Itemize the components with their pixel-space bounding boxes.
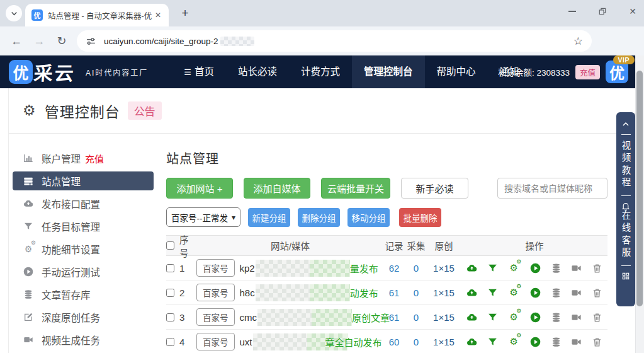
divider bbox=[621, 265, 631, 266]
user-avatar[interactable]: 优VIP bbox=[606, 61, 628, 83]
video-icon[interactable] bbox=[571, 312, 582, 323]
page-title: 管理控制台 bbox=[45, 100, 120, 122]
run-icon[interactable] bbox=[530, 337, 541, 347]
settings-icon[interactable]: ⚙⚙ bbox=[507, 335, 520, 348]
reload-button[interactable]: ↻ bbox=[54, 33, 69, 49]
site-tagline: AI时代内容工厂 bbox=[86, 67, 148, 78]
add-site-button[interactable]: 添加网站 + bbox=[166, 178, 233, 199]
nav-item-billing[interactable]: 计费方式 bbox=[289, 55, 352, 88]
recharge-link[interactable]: 充值 bbox=[85, 152, 104, 165]
site-name: kp2 bbox=[240, 263, 255, 274]
filter-icon[interactable] bbox=[487, 337, 498, 347]
nav-item-must-read[interactable]: 站长必读 bbox=[226, 55, 289, 88]
delete-icon[interactable] bbox=[592, 287, 602, 298]
tab-search-button[interactable] bbox=[6, 5, 22, 21]
collapse-chevron-icon[interactable] bbox=[621, 120, 630, 129]
redacted-blur bbox=[310, 260, 350, 277]
site-desc: 章全自动发布 bbox=[325, 335, 382, 349]
window-minimize-button[interactable] bbox=[566, 5, 579, 18]
video-icon[interactable] bbox=[571, 337, 582, 347]
run-icon[interactable] bbox=[530, 263, 541, 274]
delete-icon[interactable] bbox=[592, 263, 602, 274]
nav-item-help[interactable]: 帮助中心 bbox=[425, 55, 488, 88]
points-balance: 积分余额: 2308333 bbox=[498, 66, 570, 78]
bookmark-star-icon[interactable]: ☆ bbox=[573, 35, 583, 48]
video-icon[interactable] bbox=[571, 263, 582, 274]
select-all-checkbox[interactable] bbox=[166, 241, 174, 250]
sidebar-item-task-target[interactable]: 任务目标管理 bbox=[13, 217, 154, 236]
upload-icon[interactable] bbox=[466, 337, 477, 347]
upload-icon[interactable] bbox=[466, 263, 477, 274]
delete-icon[interactable] bbox=[592, 312, 602, 323]
storage-icon[interactable] bbox=[551, 263, 562, 274]
filter-icon[interactable] bbox=[487, 287, 498, 298]
sidebar-item-original-task[interactable]: 深度原创任务 bbox=[13, 308, 154, 327]
qr-code-icon[interactable] bbox=[621, 272, 630, 281]
move-group-button[interactable]: 移动分组 bbox=[347, 208, 390, 227]
content-card: ⚙ 管理控制台 公告 账户管理 充值 站点管理 发布接口配置 任务目标管理 bbox=[8, 88, 635, 353]
video-icon[interactable] bbox=[571, 287, 582, 298]
table-header: 序号 网站/媒体 记录 采集 原创 操作 bbox=[166, 235, 607, 256]
window-restore-button[interactable] bbox=[596, 5, 609, 18]
row-checkbox[interactable] bbox=[166, 338, 174, 346]
delete-icon[interactable] bbox=[592, 337, 602, 347]
window-close-button[interactable]: ✕ bbox=[626, 5, 639, 18]
tab-close-icon[interactable]: ✕ bbox=[152, 9, 164, 21]
site-logo-icon[interactable]: 优 bbox=[9, 60, 33, 84]
announcement-badge[interactable]: 公告 bbox=[128, 101, 162, 120]
redacted-blur bbox=[312, 309, 352, 326]
run-icon[interactable] bbox=[530, 312, 541, 323]
settings-icon[interactable]: ⚙⚙ bbox=[507, 286, 520, 299]
search-input[interactable] bbox=[497, 178, 607, 199]
newbie-guide-button[interactable]: 新手必读 bbox=[401, 178, 468, 199]
sidebar-item-feature-settings[interactable]: ⚙⚙ 功能细节设置 bbox=[13, 240, 154, 258]
settings-icon[interactable]: ⚙⚙ bbox=[507, 262, 520, 274]
add-media-button[interactable]: 添加自媒体 bbox=[244, 178, 310, 199]
sidebar-item-sites[interactable]: 站点管理 bbox=[13, 171, 154, 190]
new-group-button[interactable]: 新建分组 bbox=[248, 208, 290, 227]
online-service-link[interactable]: 在线客服 bbox=[619, 211, 633, 260]
sidebar-item-video-task[interactable]: 视频生成任务 bbox=[13, 330, 154, 349]
filter-icon[interactable] bbox=[487, 263, 498, 274]
storage-icon[interactable] bbox=[551, 287, 562, 298]
run-icon[interactable] bbox=[530, 287, 541, 298]
upload-icon[interactable] bbox=[466, 287, 477, 298]
url-bar[interactable]: ucaiyun.com/caiji/site_group-2 ☆ bbox=[77, 30, 592, 52]
storage-icon[interactable] bbox=[551, 312, 562, 323]
storage-icon[interactable] bbox=[551, 337, 562, 347]
back-button[interactable]: ← bbox=[9, 33, 24, 49]
site-settings-icon[interactable] bbox=[86, 36, 96, 47]
database-icon bbox=[21, 289, 35, 299]
recharge-button[interactable]: 充值 bbox=[575, 65, 600, 79]
filter-icon[interactable] bbox=[487, 312, 498, 323]
filter-icon bbox=[21, 221, 35, 231]
site-logo-text[interactable]: 采云 bbox=[33, 58, 76, 86]
table-row: 1 百家号 kp2 量发布 62 0 1×15 ⚙⚙ bbox=[166, 256, 607, 281]
row-checkbox[interactable] bbox=[166, 264, 174, 272]
sidebar-item-article-store[interactable]: 文章暂存库 bbox=[13, 285, 154, 304]
upload-icon[interactable] bbox=[466, 312, 477, 323]
group-select[interactable]: 百家号--正常发 ▾ bbox=[166, 207, 240, 227]
sidebar-item-account[interactable]: 账户管理 充值 bbox=[13, 149, 154, 168]
cloud-batch-switch-button[interactable]: 云端批量开关 bbox=[321, 178, 390, 199]
forward-button[interactable]: → bbox=[31, 33, 47, 49]
delete-group-button[interactable]: 删除分组 bbox=[298, 208, 340, 227]
row-checkbox[interactable] bbox=[166, 289, 174, 297]
new-tab-button[interactable]: + bbox=[178, 6, 193, 21]
settings-icon[interactable]: ⚙⚙ bbox=[507, 311, 520, 323]
site-desc: 量发布 bbox=[350, 262, 378, 275]
sidebar-item-manual-test[interactable]: 手动运行测试 bbox=[13, 262, 154, 281]
nav-item-console[interactable]: 管理控制台 bbox=[352, 55, 425, 88]
nav-item-home[interactable]: ☰首页 bbox=[172, 55, 226, 88]
row-checkbox[interactable] bbox=[166, 313, 174, 321]
scrollbar-thumb[interactable] bbox=[636, 71, 643, 306]
batch-delete-button[interactable]: 批量删除 bbox=[399, 208, 441, 227]
cloud-upload-icon bbox=[21, 199, 35, 209]
gear-icon: ⚙ bbox=[23, 102, 36, 119]
browser-tab[interactable]: 优 站点管理 - 自动文章采集器-优采 ✕ bbox=[25, 4, 169, 26]
redacted-blur bbox=[256, 284, 310, 301]
sidebar-item-publish-api[interactable]: 发布接口配置 bbox=[13, 194, 154, 213]
video-tutorial-link[interactable]: 视频教程 bbox=[619, 141, 633, 190]
site-navbar: 优 采云 AI时代内容工厂 ☰首页 站长必读 计费方式 管理控制台 帮助中心 通… bbox=[0, 55, 644, 88]
site-desc: 动发布 bbox=[350, 286, 378, 299]
